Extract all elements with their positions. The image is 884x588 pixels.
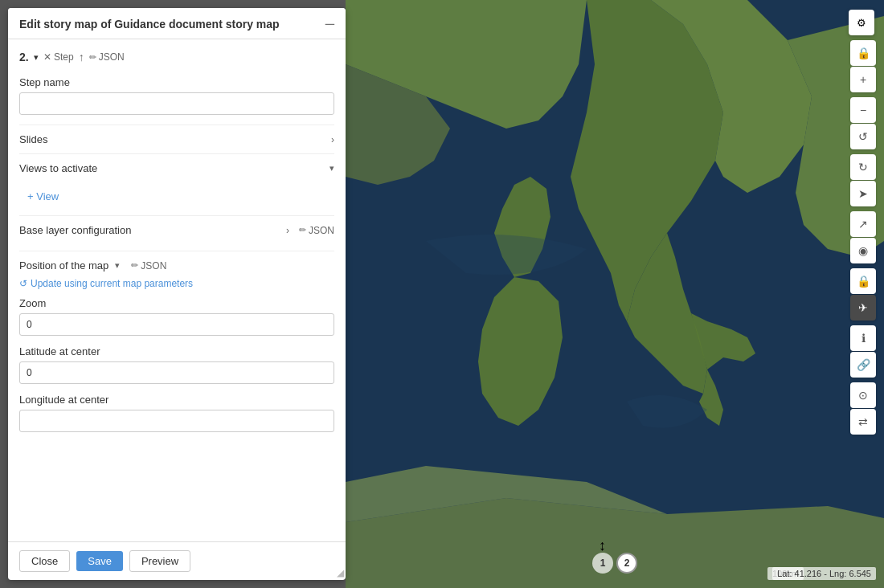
longitude-label: Longitude at center <box>19 394 334 406</box>
latitude-label: Latitude at center <box>19 345 334 357</box>
sidebar-title: Edit story map of Guidance document stor… <box>19 18 280 31</box>
refresh-icon: ↻ <box>858 161 868 174</box>
close-button[interactable]: Close <box>19 550 70 572</box>
views-label: Views to activate <box>19 162 325 174</box>
base-layer-json-link[interactable]: ✏ JSON <box>299 225 334 236</box>
views-arrow: ▾ <box>329 163 334 174</box>
navigate-icon: ➤ <box>858 187 868 200</box>
slides-arrow: › <box>331 134 334 145</box>
position-json-link[interactable]: ✏ JSON <box>131 260 166 272</box>
globe-button[interactable]: ◉ <box>850 238 876 263</box>
step-dropdown-button[interactable]: ▾ <box>34 52 39 63</box>
annotation-button[interactable]: ⊙ <box>850 382 876 408</box>
zoom-label: Zoom <box>19 297 334 309</box>
flight-icon: ✈ <box>858 301 868 314</box>
position-json-label: JSON <box>141 260 166 272</box>
share-icon: 🔗 <box>857 358 870 371</box>
position-section: Position of the map ▾ ✏ JSON ↺ Update us… <box>19 251 334 432</box>
share-button[interactable]: 🔗 <box>850 352 876 378</box>
step-delete-button[interactable]: ✕ Step <box>43 51 74 63</box>
latitude-field-group: Latitude at center <box>19 345 334 384</box>
annotation-icon: ⊙ <box>858 389 868 402</box>
measure-button[interactable]: ↗ <box>850 211 876 237</box>
page-2-label: 2 <box>624 557 630 569</box>
step-number: 2. <box>19 51 29 63</box>
page-1-button[interactable]: 1 <box>592 553 613 574</box>
preview-button[interactable]: Preview <box>129 550 190 572</box>
base-layer-arrow: › <box>286 225 289 236</box>
update-refresh-icon: ↺ <box>19 278 27 289</box>
add-view-wrapper: + View <box>19 182 334 215</box>
measure-icon: ↗ <box>858 218 868 231</box>
step-row: 2. ▾ ✕ Step ↑ ✏ JSON <box>19 51 334 63</box>
reset-button[interactable]: ↺ <box>850 124 876 149</box>
toolbar-group-4: ↗ ◉ <box>850 211 876 263</box>
info-button[interactable]: ℹ <box>850 325 876 351</box>
base-layer-json-label: JSON <box>309 225 334 236</box>
views-section[interactable]: Views to activate ▾ <box>19 153 334 182</box>
sidebar-content: 2. ▾ ✕ Step ↑ ✏ JSON Step name Slides › <box>8 39 346 541</box>
toolbar-group-3: ↻ ➤ <box>850 154 876 206</box>
flight-button[interactable]: ✈ <box>850 295 876 321</box>
map-toolbar: 🔒 + − ↺ ↻ ➤ ↗ ◉ <box>850 40 876 438</box>
map-pagination: 1 2 <box>592 553 637 574</box>
position-arrow: ▾ <box>115 260 120 271</box>
coords-label: Lat: 41.216 - Lng: 6.545 <box>777 569 871 578</box>
transfer-button[interactable]: ⇄ <box>850 409 876 435</box>
longitude-field-group: Longitude at center <box>19 394 334 432</box>
step-delete-label: ✕ Step <box>43 51 74 63</box>
plus-icon: + <box>860 73 866 86</box>
gear-icon: ⚙ <box>857 17 866 29</box>
page-1-label: 1 <box>600 557 606 569</box>
base-layer-section[interactable]: Base layer configuration › ✏ JSON <box>19 215 334 244</box>
zoom-in-button[interactable]: + <box>850 67 876 92</box>
minimize-button[interactable]: ─ <box>325 18 334 31</box>
reset-icon: ↺ <box>858 130 868 143</box>
info-icon: ℹ <box>861 332 866 345</box>
zoom-out-button[interactable]: − <box>850 97 876 123</box>
base-layer-pencil-icon: ✏ <box>299 225 306 235</box>
lock-button[interactable]: 🔒 <box>850 40 876 66</box>
minimize-icon: ─ <box>325 17 334 31</box>
position-title: Position of the map <box>19 259 108 272</box>
latitude-input[interactable] <box>19 361 334 384</box>
pencil-icon: ✏ <box>89 52 96 63</box>
update-map-params-button[interactable]: ↺ Update using current map parameters <box>19 278 193 289</box>
transfer-icon: ⇄ <box>858 415 868 428</box>
lock2-icon: 🔒 <box>857 275 870 288</box>
toolbar-group-1: 🔒 + <box>850 40 876 92</box>
step-up-button[interactable]: ↑ <box>79 51 84 63</box>
navigate-button[interactable]: ➤ <box>850 181 876 206</box>
slides-label: Slides <box>19 133 326 145</box>
toolbar-group-2: − ↺ <box>850 97 876 149</box>
position-header[interactable]: Position of the map ▾ ✏ JSON <box>19 251 334 278</box>
toolbar-group-5: 🔒 ✈ <box>850 268 876 321</box>
step-json-label: JSON <box>99 51 125 63</box>
slides-section[interactable]: Slides › <box>19 125 334 153</box>
step-name-group: Step name <box>19 76 334 115</box>
toolbar-group-6: ℹ 🔗 <box>850 325 876 378</box>
resize-handle[interactable]: ◢ <box>337 567 344 578</box>
step-name-input[interactable] <box>19 92 334 115</box>
position-pencil-icon: ✏ <box>131 260 138 271</box>
map-container[interactable]: ⚙ 🔒 + − ↺ ↻ ➤ <box>346 0 884 588</box>
page-2-button[interactable]: 2 <box>616 553 637 574</box>
settings-gear-button[interactable]: ⚙ <box>849 10 874 35</box>
longitude-input[interactable] <box>19 410 334 432</box>
save-button[interactable]: Save <box>76 551 123 571</box>
step-dropdown-arrow: ▾ <box>34 52 39 62</box>
add-view-button[interactable]: + View <box>27 186 59 207</box>
globe-icon: ◉ <box>858 244 868 257</box>
zoom-input[interactable] <box>19 313 334 336</box>
lock-icon: 🔒 <box>857 47 870 59</box>
zoom-field-group: Zoom <box>19 297 334 336</box>
step-json-link[interactable]: ✏ JSON <box>89 51 125 63</box>
minus-icon: − <box>860 104 866 116</box>
add-view-label: + View <box>27 190 59 202</box>
sidebar-footer: Close Save Preview ◢ <box>8 541 346 580</box>
update-map-params-label: Update using current map parameters <box>31 278 193 289</box>
lock2-button[interactable]: 🔒 <box>850 268 876 294</box>
sidebar-header: Edit story map of Guidance document stor… <box>8 8 346 39</box>
toolbar-group-7: ⊙ ⇄ <box>850 382 876 435</box>
refresh-button[interactable]: ↻ <box>850 154 876 180</box>
